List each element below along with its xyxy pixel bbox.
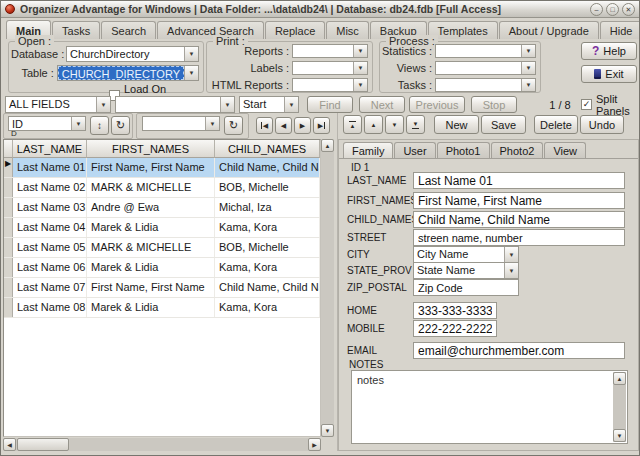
stop-button[interactable]: Stop: [471, 96, 517, 113]
cell-last-name[interactable]: Last Name 01: [13, 158, 87, 177]
first-names-field[interactable]: [413, 192, 625, 209]
cell-first-names[interactable]: MARK & MICHELLE: [87, 178, 215, 197]
scroll-left-button[interactable]: ◀: [3, 438, 16, 451]
cell-last-name[interactable]: Last Name 03: [13, 198, 87, 217]
cell-last-name[interactable]: Last Name 08: [13, 298, 87, 317]
tab-tasks[interactable]: Tasks: [52, 21, 100, 39]
cell-last-name[interactable]: Last Name 05: [13, 238, 87, 257]
last-name-field[interactable]: [413, 172, 625, 189]
cell-first-names[interactable]: Marek & Lidia: [87, 298, 215, 317]
tab-replace[interactable]: Replace: [265, 21, 325, 39]
cell-last-name[interactable]: Last Name 02: [13, 178, 87, 197]
cell-first-names[interactable]: Marek & Lidia: [87, 258, 215, 277]
refresh-sort-button[interactable]: ↻: [111, 116, 130, 135]
minimize-button[interactable]: –: [590, 3, 603, 16]
close-button[interactable]: ✕: [622, 3, 635, 16]
tab-about-upgrade[interactable]: About / Upgrade: [499, 21, 599, 39]
cell-last-name[interactable]: Last Name 07: [13, 278, 87, 297]
column-header-last-name[interactable]: LAST_NAME: [13, 140, 87, 158]
scroll-up-button[interactable]: ▲: [613, 372, 626, 385]
exit-button[interactable]: Exit: [581, 65, 637, 83]
child-names-field[interactable]: [413, 211, 625, 228]
mobile-field[interactable]: [413, 320, 497, 337]
reports-combobox[interactable]: ▼: [292, 44, 368, 58]
search-mode-combobox[interactable]: Start ▼: [239, 96, 299, 113]
cell-child-names[interactable]: Child Name, Child Name: [215, 158, 320, 177]
cell-first-names[interactable]: Marek & Lidia: [87, 218, 215, 237]
table-row[interactable]: Last Name 05 MARK & MICHELLE BOB, Michel…: [4, 238, 320, 258]
tab-user[interactable]: User: [394, 142, 435, 158]
html-reports-combobox[interactable]: ▼: [292, 78, 368, 92]
detail-previous-record-button[interactable]: ▲: [364, 115, 383, 134]
table-row[interactable]: Last Name 02 MARK & MICHELLE BOB, Michel…: [4, 178, 320, 198]
scroll-up-button[interactable]: ▲: [321, 139, 334, 152]
table-combobox[interactable]: CHURCH_DIRECTORY ▼: [57, 65, 199, 81]
cell-first-names[interactable]: MARK & MICHELLE: [87, 238, 215, 257]
tab-search[interactable]: Search: [101, 21, 156, 39]
search-term-combobox[interactable]: ▼: [115, 96, 235, 113]
delete-button[interactable]: Delete: [534, 115, 578, 134]
scroll-right-button[interactable]: ▶: [308, 438, 321, 451]
first-record-button[interactable]: ◀: [256, 117, 273, 134]
grid-vertical-scrollbar[interactable]: ▲ ▼: [321, 139, 334, 437]
tab-advanced-search[interactable]: Advanced Search: [157, 21, 264, 39]
sort-direction-button[interactable]: ↕: [90, 116, 109, 135]
scroll-down-button[interactable]: ▼: [613, 429, 626, 442]
table-row[interactable]: Last Name 06 Marek & Lidia Kama, Kora: [4, 258, 320, 278]
horizontal-scroll-thumb[interactable]: [17, 438, 69, 451]
cell-last-name[interactable]: Last Name 04: [13, 218, 87, 237]
cell-first-names[interactable]: Andre @ Ewa: [87, 198, 215, 217]
table-row[interactable]: Last Name 03 Andre @ Ewa Michal, Iza: [4, 198, 320, 218]
cell-last-name[interactable]: Last Name 06: [13, 258, 87, 277]
table-row[interactable]: Last Name 04 Marek & Lidia Kama, Kora: [4, 218, 320, 238]
detail-first-record-button[interactable]: ▲: [343, 115, 362, 134]
cell-child-names[interactable]: Kama, Kora: [215, 258, 320, 277]
previous-button[interactable]: Previous: [409, 96, 465, 113]
help-button[interactable]: ? Help: [581, 42, 637, 60]
city-combobox[interactable]: City Name ▼: [413, 246, 519, 263]
scroll-down-button[interactable]: ▼: [321, 424, 334, 437]
cell-child-names[interactable]: Michal, Iza: [215, 198, 320, 217]
views-combobox[interactable]: ▼: [435, 61, 536, 75]
maximize-button[interactable]: □: [606, 3, 619, 16]
cell-child-names[interactable]: Kama, Kora: [215, 298, 320, 317]
split-panels-checkbox[interactable]: ✓: [581, 99, 592, 110]
labels-combobox[interactable]: ▼: [292, 61, 368, 75]
tab-family[interactable]: Family: [343, 142, 393, 158]
street-field[interactable]: [413, 229, 625, 246]
email-field[interactable]: [413, 342, 625, 359]
next-button[interactable]: Next: [359, 96, 405, 113]
find-button[interactable]: Find: [307, 96, 353, 113]
tab-misc[interactable]: Misc: [326, 21, 369, 39]
home-field[interactable]: [413, 302, 497, 319]
cell-child-names[interactable]: Kama, Kora: [215, 218, 320, 237]
last-record-button[interactable]: ▶: [313, 117, 330, 134]
detail-next-record-button[interactable]: ▼: [385, 115, 404, 134]
new-button[interactable]: New: [434, 115, 479, 134]
next-record-button[interactable]: ▶: [294, 117, 311, 134]
title-bar[interactable]: Organizer Advantage for Windows | Data F…: [1, 1, 639, 18]
tab-view[interactable]: View: [544, 142, 586, 158]
cell-first-names[interactable]: First Name, First Name: [87, 278, 215, 297]
detail-last-record-button[interactable]: ▼: [406, 115, 425, 134]
column-header-child-names[interactable]: CHILD_NAMES: [215, 140, 320, 158]
cell-child-names[interactable]: Child Name, Child Name: [215, 278, 320, 297]
tab-templates[interactable]: Templates: [428, 21, 498, 39]
filter-combobox[interactable]: ▼: [142, 116, 220, 131]
search-field-scope-combobox[interactable]: ALL FIELDS ▼: [5, 96, 111, 113]
notes-field[interactable]: notes ▲ ▼: [351, 370, 628, 444]
undo-button[interactable]: Undo: [580, 115, 624, 134]
notes-scrollbar[interactable]: ▲ ▼: [613, 372, 626, 442]
refresh-filter-button[interactable]: ↻: [224, 116, 243, 135]
tasks-combobox[interactable]: ▼: [435, 78, 536, 92]
database-combobox[interactable]: ChurchDirectory ▼: [66, 46, 199, 62]
table-row[interactable]: Last Name 08 Marek & Lidia Kama, Kora: [4, 298, 320, 318]
save-button[interactable]: Save: [481, 115, 526, 134]
table-row[interactable]: ▶ Last Name 01 First Name, First Name Ch…: [4, 158, 320, 178]
statistics-combobox[interactable]: ▼: [435, 44, 536, 58]
previous-record-button[interactable]: ◀: [275, 117, 292, 134]
cell-child-names[interactable]: BOB, Michelle: [215, 238, 320, 257]
zip-postal-field[interactable]: [413, 279, 519, 296]
cell-child-names[interactable]: BOB, Michelle: [215, 178, 320, 197]
sort-field-combobox[interactable]: ID ▼: [8, 116, 86, 131]
